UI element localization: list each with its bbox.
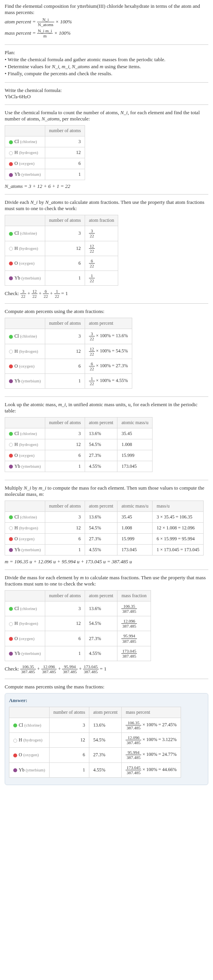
table-row: O (oxygen)6 bbox=[5, 158, 85, 169]
plan-heading: Plan: bbox=[5, 50, 208, 56]
cell-mass: 173.045 bbox=[117, 461, 153, 472]
col-atom-percent: atom percent bbox=[89, 707, 122, 718]
dot-icon bbox=[9, 607, 13, 611]
af-b: N_i bbox=[30, 199, 38, 205]
dot-icon bbox=[9, 454, 13, 458]
table-header-row: number of atoms bbox=[5, 126, 85, 136]
atomfrac-section: Divide each N_i by N_atoms to calculate … bbox=[5, 199, 208, 304]
cell-atoms: 6 bbox=[45, 534, 85, 545]
frac-d: 22 bbox=[89, 234, 95, 238]
chemical-formula: YbCl₃·6H₂O bbox=[5, 94, 208, 100]
cell-calc: 12 × 1.008 = 12.096 bbox=[153, 523, 204, 534]
frac-n: 6 bbox=[89, 361, 95, 366]
el-name: (ytterbium) bbox=[21, 172, 41, 177]
frac-d: 387.485 bbox=[126, 770, 141, 775]
cell-pct: 13.6% bbox=[89, 718, 122, 733]
frac-d: 22 bbox=[89, 278, 95, 283]
table-row: O (oxygen)627.3%95.994387.485 bbox=[5, 631, 151, 646]
massfrac-section: Divide the mass for each element by m to… bbox=[5, 575, 208, 679]
cell-atoms: 6 bbox=[45, 256, 85, 271]
table-row: Cl (chlorine)313.6%106.35387.485 bbox=[5, 601, 151, 616]
frac-d: 22 bbox=[89, 336, 95, 341]
pct-result: × 100% = 54.5% bbox=[96, 348, 128, 354]
pct-result: × 100% = 4.55% bbox=[96, 378, 128, 383]
el-name: (hydrogen) bbox=[19, 150, 38, 155]
col-number-of-atoms: number of atoms bbox=[45, 318, 85, 329]
dot-icon bbox=[9, 151, 13, 155]
cell-pct: 13.6% bbox=[85, 512, 117, 523]
el-sym: Yb bbox=[14, 463, 20, 469]
frac-n: 173.045 bbox=[83, 664, 99, 669]
cell-atoms: 1 bbox=[45, 271, 85, 285]
col-number-of-atoms: number of atoms bbox=[45, 591, 85, 601]
col-number-of-atoms: number of atoms bbox=[45, 501, 85, 512]
el-sym: H bbox=[14, 150, 18, 155]
atomic-mass-text: Look up the atomic mass, m_i, in unified… bbox=[5, 402, 208, 414]
frac-n: 95.994 bbox=[62, 664, 78, 669]
atompct-text: Compute atom percents using the atom fra… bbox=[5, 308, 208, 315]
frac: 95.994387.485 bbox=[62, 664, 78, 674]
cell-atoms: 12 bbox=[45, 439, 85, 450]
table-row: Cl (chlorine)3 bbox=[5, 136, 85, 147]
el-name: (ytterbium) bbox=[21, 464, 41, 469]
el-name: (hydrogen) bbox=[19, 246, 38, 251]
frac-d: 387.485 bbox=[121, 609, 137, 614]
eq2-lhs: mass percent = bbox=[5, 30, 36, 36]
count-e: , per molecule: bbox=[60, 116, 90, 122]
mm-b: N_i bbox=[24, 485, 31, 491]
frac: 122 bbox=[89, 273, 95, 283]
frac-n: 12.096 bbox=[121, 619, 137, 624]
cell-pct: 54.5% bbox=[85, 523, 117, 534]
frac-d: 387.485 bbox=[121, 654, 137, 658]
eq1-den: N_atoms bbox=[37, 22, 54, 27]
table-header-row: number of atomsatom percentmass percent bbox=[9, 707, 181, 718]
frac-d: 387.485 bbox=[62, 669, 78, 674]
frac: 12.096387.485 bbox=[41, 664, 57, 674]
table-row: Yb (ytterbium)14.55%173.045387.485 × 100… bbox=[9, 762, 181, 777]
el-name: (hydrogen) bbox=[23, 738, 43, 742]
count-table: number of atoms Cl (chlorine)3 H (hydrog… bbox=[5, 125, 85, 180]
col-mass-fraction: mass fraction bbox=[117, 591, 151, 601]
cell-mass: 15.999 bbox=[117, 450, 153, 461]
table-row: H (hydrogen)1254.5%12.096387.485 × 100% … bbox=[9, 733, 181, 748]
col-atomic-mass: atomic mass/u bbox=[117, 417, 153, 428]
el-name: (chlorine) bbox=[20, 431, 37, 436]
table-row: Yb (ytterbium)1122 × 100% = 4.55% bbox=[5, 373, 132, 388]
col-atom-percent: atom percent bbox=[85, 501, 117, 512]
af-d: N_atoms bbox=[45, 199, 63, 205]
table-header-row: number of atomsatom percentatomic mass/u… bbox=[5, 501, 204, 512]
el-sym: Cl bbox=[14, 514, 19, 520]
frac: 95.994387.485 bbox=[126, 750, 141, 760]
atompct-section: Compute atom percents using the atom fra… bbox=[5, 308, 208, 397]
plan-bullet-1: • Write the chemical formula and gather … bbox=[5, 57, 208, 63]
frac-d: 22 bbox=[54, 294, 60, 299]
el-name: (chlorine) bbox=[20, 139, 37, 144]
pct-result: × 100% = 24.77% bbox=[142, 752, 177, 757]
table-row: O (oxygen)627.3%95.994387.485 × 100% = 2… bbox=[9, 748, 181, 762]
frac-d: 387.485 bbox=[121, 639, 137, 644]
frac-d: 387.485 bbox=[121, 624, 137, 628]
cell-atoms: 1 bbox=[49, 762, 89, 777]
mm-c: by bbox=[31, 485, 39, 491]
molmass-equation: m = 106.35 u + 12.096 u + 95.994 u + 173… bbox=[5, 559, 208, 565]
formula-heading: Write the chemical formula: bbox=[5, 87, 208, 94]
count-d: N_atoms bbox=[42, 116, 60, 122]
el-name: (chlorine) bbox=[20, 334, 37, 338]
el-name: (oxygen) bbox=[19, 636, 35, 641]
el-sym: H bbox=[14, 525, 18, 531]
frac: 322 bbox=[89, 331, 95, 341]
el-name: (hydrogen) bbox=[19, 621, 38, 626]
frac-n: 106.35 bbox=[20, 664, 36, 669]
col-number-of-atoms: number of atoms bbox=[49, 707, 89, 718]
el-sym: Cl bbox=[14, 230, 19, 236]
plan-section: Plan: • Write the chemical formula and g… bbox=[5, 50, 208, 83]
dot-icon bbox=[9, 379, 13, 383]
natoms-equation: N_atoms = 3 + 12 + 6 + 1 = 22 bbox=[5, 183, 208, 189]
intro-section: Find the elemental composition for ytter… bbox=[5, 3, 208, 45]
plan-b2-d: m bbox=[100, 64, 103, 69]
col-atom-percent: atom percent bbox=[85, 591, 117, 601]
frac-d: 22 bbox=[89, 249, 95, 253]
frac-d: 387.485 bbox=[126, 725, 141, 730]
check-tail: = 1 bbox=[61, 290, 68, 296]
dot-icon bbox=[9, 162, 13, 166]
